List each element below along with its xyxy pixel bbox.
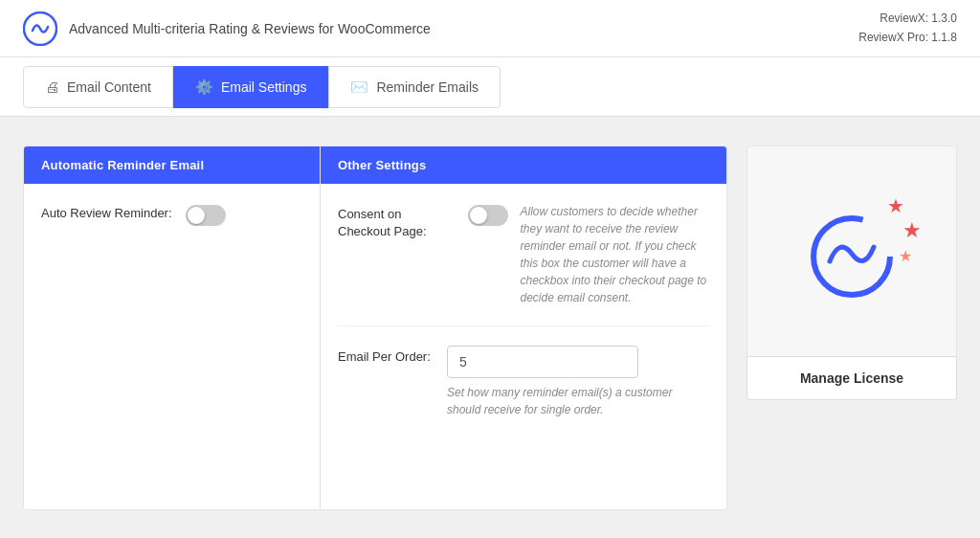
consent-toggle-track[interactable]	[468, 205, 508, 226]
star-right-icon: ★	[902, 218, 922, 243]
tab-email-content[interactable]: 🖨 Email Content	[23, 66, 173, 108]
reviewx-logo-icon	[23, 11, 57, 46]
consent-checkout-label: Consent on Checkout Page:	[338, 203, 455, 240]
email-per-order-content: Set how many reminder email(s) a custome…	[447, 346, 709, 418]
right-section: Other Settings Consent on Checkout Page:	[321, 146, 726, 509]
toggle-thumb	[188, 207, 205, 224]
content-area: Automatic Reminder Email Auto Review Rem…	[0, 117, 980, 533]
widget-logo-area: ★ ★ ★	[746, 146, 957, 356]
tab-bar: 🖨 Email Content ⚙️ Email Settings ✉️ Rem…	[0, 57, 980, 117]
email-per-order-label: Email Per Order:	[338, 346, 434, 366]
star-bottom-right-icon: ★	[899, 247, 912, 265]
email-per-order-row: Email Per Order: Set how many reminder e…	[338, 346, 709, 437]
header-left: Advanced Multi-criteria Rating & Reviews…	[23, 11, 431, 46]
consent-checkout-description: Allow customers to decide whether they w…	[520, 203, 709, 306]
consent-checkout-content: Allow customers to decide whether they w…	[520, 203, 709, 306]
left-section-header: Automatic Reminder Email	[24, 146, 320, 184]
email-content-icon: 🖨	[45, 78, 59, 95]
left-section: Automatic Reminder Email Auto Review Rem…	[24, 146, 321, 509]
consent-checkout-row: Consent on Checkout Page: Allow customer…	[338, 203, 709, 326]
consent-toggle-thumb	[470, 207, 487, 224]
tab-email-settings[interactable]: ⚙️ Email Settings	[173, 66, 328, 108]
auto-review-reminder-label: Auto Review Reminder:	[41, 203, 172, 222]
auto-review-reminder-row: Auto Review Reminder:	[41, 203, 302, 241]
left-section-body: Auto Review Reminder:	[24, 184, 320, 509]
sidebar-widget: ★ ★ ★ Manage License	[746, 146, 957, 510]
auto-review-reminder-toggle[interactable]	[186, 205, 226, 226]
email-per-order-description: Set how many reminder email(s) a custome…	[447, 384, 709, 418]
right-section-header: Other Settings	[321, 146, 726, 184]
reminder-emails-icon: ✉️	[350, 78, 368, 96]
header-version: ReviewX: 1.3.0 ReviewX Pro: 1.1.8	[858, 10, 957, 46]
settings-grid: Automatic Reminder Email Auto Review Rem…	[24, 146, 726, 509]
right-section-body: Consent on Checkout Page: Allow customer…	[321, 184, 726, 509]
email-per-order-input[interactable]	[447, 346, 638, 378]
header-title: Advanced Multi-criteria Rating & Reviews…	[69, 21, 431, 36]
email-settings-icon: ⚙️	[195, 78, 213, 96]
toggle-track[interactable]	[186, 205, 226, 226]
app-header: Advanced Multi-criteria Rating & Reviews…	[0, 0, 980, 57]
widget-reviewx-logo-icon	[809, 213, 895, 300]
widget-logo-container: ★ ★ ★	[809, 213, 895, 300]
main-panel: Automatic Reminder Email Auto Review Rem…	[23, 146, 727, 510]
star-top-right-icon: ★	[887, 194, 904, 217]
tab-reminder-emails[interactable]: ✉️ Reminder Emails	[328, 66, 501, 108]
consent-checkout-toggle[interactable]	[468, 205, 508, 226]
manage-license-button[interactable]: Manage License	[746, 356, 957, 400]
